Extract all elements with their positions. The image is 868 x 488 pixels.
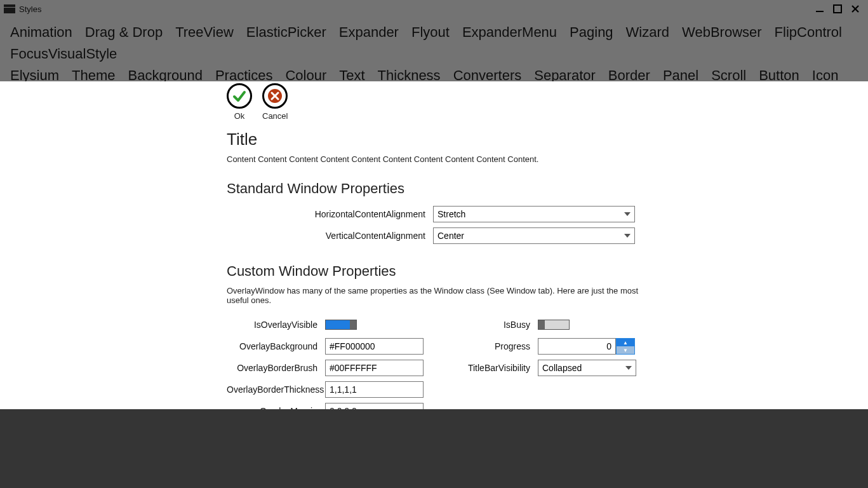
progress-input[interactable] (538, 338, 616, 355)
svg-rect-1 (4, 8, 15, 13)
app-icon (4, 4, 15, 13)
hca-label: HorizontalContentAlignment (227, 209, 433, 219)
section-title-custom: Custom Window Properties (227, 263, 646, 280)
hca-dropdown[interactable]: Stretch (433, 206, 635, 222)
overlay-background-input[interactable] (325, 338, 424, 355)
titlebar-visibility-label: TitleBarVisibility (452, 363, 538, 373)
titlebar-visibility-dropdown[interactable]: Collapsed (538, 360, 636, 376)
is-busy-toggle[interactable] (538, 320, 570, 330)
overlay-border-brush-input[interactable] (325, 360, 424, 376)
progress-label: Progress (452, 341, 538, 351)
maximize-button[interactable] (829, 1, 846, 17)
page-title: Title (227, 130, 646, 149)
svg-marker-9 (624, 212, 631, 216)
chevron-down-icon (624, 234, 631, 238)
spinner-down-icon[interactable]: ▼ (617, 346, 634, 354)
tab-webbrowser[interactable]: WebBrowser (676, 22, 768, 43)
close-button[interactable] (846, 1, 864, 17)
check-icon (227, 83, 252, 109)
tab-expander[interactable]: Expander (333, 22, 405, 43)
tab-animation[interactable]: Animation (4, 22, 79, 43)
section-title-standard: Standard Window Properties (227, 180, 646, 197)
ok-label: Ok (234, 111, 245, 121)
svg-marker-10 (624, 234, 631, 238)
vca-value: Center (437, 231, 464, 241)
tab-drag-drop[interactable]: Drag & Drop (79, 22, 169, 43)
overlay-margin-input[interactable] (325, 403, 424, 409)
is-overlay-visible-toggle[interactable] (325, 320, 357, 330)
dialog-buttons: Ok Cancel (227, 81, 646, 121)
progress-numeric[interactable]: ▲ ▼ (538, 338, 635, 355)
window-title: Styles (19, 4, 41, 14)
is-overlay-visible-label: IsOverlayVisible (227, 320, 325, 330)
chevron-down-icon (624, 212, 631, 216)
tab-elasticpicker[interactable]: ElasticPicker (240, 22, 333, 43)
title-bar: Styles (0, 0, 868, 18)
is-busy-label: IsBusy (452, 320, 538, 330)
svg-rect-2 (816, 11, 824, 12)
minimize-button[interactable] (811, 1, 829, 17)
tab-focusvisualstyle[interactable]: FocusVisualStyle (4, 43, 123, 65)
tab-wizard[interactable]: Wizard (620, 22, 676, 43)
svg-rect-0 (4, 4, 15, 7)
overlay-border-thickness-input[interactable] (325, 381, 424, 398)
vca-dropdown[interactable]: Center (433, 227, 635, 244)
hca-value: Stretch (437, 209, 465, 219)
overlay-backdrop-bottom (0, 409, 868, 488)
tab-flyout[interactable]: Flyout (405, 22, 456, 43)
tab-treeview[interactable]: TreeView (169, 22, 240, 43)
page-subtitle: Content Content Content Content Content … (227, 154, 646, 164)
titlebar-visibility-value: Collapsed (542, 363, 582, 373)
vca-label: VerticalContentAlignment (227, 231, 433, 241)
svg-rect-3 (834, 5, 841, 13)
overlay-border-brush-label: OverlayBorderBrush (227, 363, 325, 373)
tab-paging[interactable]: Paging (563, 22, 620, 43)
spinner-up-icon[interactable]: ▲ (617, 339, 634, 346)
tab-expandermenu[interactable]: ExpanderMenu (456, 22, 563, 43)
ok-button[interactable]: Ok (227, 83, 252, 121)
chevron-down-icon (625, 366, 632, 370)
cancel-button[interactable]: Cancel (262, 83, 288, 121)
svg-marker-11 (625, 366, 632, 370)
overlay-background-label: OverlayBackground (227, 341, 325, 351)
custom-desc: OverlayWindow has many of the same prope… (227, 286, 646, 305)
cancel-icon (262, 83, 288, 109)
progress-spinners[interactable]: ▲ ▼ (616, 338, 635, 355)
content-area: Ok Cancel Title Content Content Content … (0, 81, 868, 409)
overlay-border-thickness-label: OverlayBorderThickness (227, 384, 325, 395)
tab-flipcontrol[interactable]: FlipControl (768, 22, 848, 43)
cancel-label: Cancel (262, 111, 288, 121)
